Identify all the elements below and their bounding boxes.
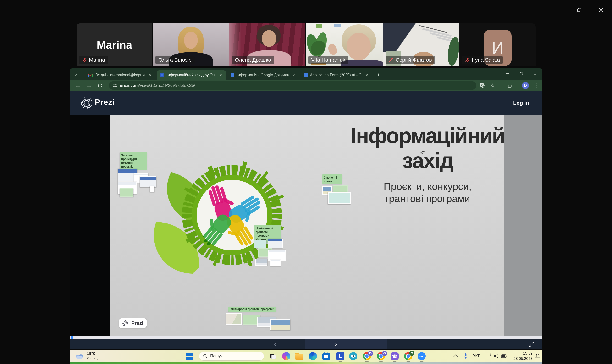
weather-temp: 19°C — [87, 351, 98, 356]
edge-icon[interactable] — [308, 351, 318, 361]
tray-date: 28.05.2025 — [511, 356, 532, 361]
zoom-app-icon[interactable]: zoom — [417, 351, 426, 361]
next-slide-button[interactable] — [331, 339, 341, 349]
previous-slide-button[interactable] — [270, 339, 280, 349]
zoom-stepper[interactable] — [150, 186, 155, 192]
tab-gmail[interactable]: Вхідні - international@kdpu.ed — [85, 70, 155, 80]
forward-button[interactable] — [84, 81, 94, 90]
participant-tile-olena[interactable]: Олена Драшко — [229, 23, 305, 66]
task-view-icon[interactable] — [268, 351, 278, 361]
copilot-icon[interactable] — [281, 351, 291, 361]
light-fixture — [419, 25, 447, 33]
weather-widget[interactable]: 19°C Cloudy — [75, 351, 98, 361]
browser-close-button[interactable] — [530, 68, 541, 79]
participant-name-label: Marina — [79, 56, 108, 64]
battery-icon[interactable] — [500, 350, 508, 362]
tab-close-icon[interactable] — [148, 73, 153, 78]
topic-label-international[interactable]: Міжнародні грантові програми — [228, 307, 276, 312]
slide-thumbnail[interactable] — [270, 260, 281, 266]
reload-button[interactable] — [95, 81, 105, 90]
start-button[interactable] — [185, 351, 195, 361]
browser-minimize-button[interactable] — [502, 68, 513, 79]
slide-thumbnail[interactable] — [120, 188, 133, 197]
extensions-puzzle-icon[interactable] — [506, 82, 514, 89]
viber-glyph — [391, 352, 399, 360]
viber-icon[interactable] — [390, 351, 399, 361]
slide-thumbnail[interactable] — [268, 238, 283, 248]
taskbar-search[interactable] — [199, 351, 264, 361]
tab-title: Інформаційний захід by Olen'k — [167, 73, 216, 77]
slide-thumbnail[interactable] — [328, 192, 351, 204]
chrome-profile-o-icon[interactable]: O — [376, 351, 386, 361]
scrollbar-thumb[interactable] — [71, 336, 73, 339]
prezi-logo-icon — [122, 320, 129, 326]
display-cast-icon[interactable] — [484, 350, 493, 362]
chrome-profile-d-icon[interactable]: D — [362, 351, 372, 361]
face — [184, 32, 198, 49]
address-bar[interactable]: prezi.com/view/GDaucZjP26V9ldeteKSb/ — [109, 81, 476, 90]
slide-thumbnail[interactable] — [270, 319, 290, 330]
nav-highlight-panel — [306, 339, 387, 349]
microsoft-store-icon[interactable] — [321, 351, 331, 361]
chrome-profile-green-icon[interactable]: O — [403, 351, 413, 361]
tab-search-icon[interactable] — [74, 72, 78, 77]
wall-picture — [334, 24, 341, 27]
chrome-glyph: D — [363, 352, 371, 360]
minimize-button[interactable] — [552, 5, 562, 15]
participant-tile-marina[interactable]: Marina Marina — [77, 23, 152, 66]
tab-prezi-active[interactable]: Інформаційний захід by Olen'k — [157, 70, 226, 80]
close-button[interactable] — [596, 5, 606, 15]
tray-overflow-chevron[interactable] — [452, 350, 460, 362]
presentation-canvas[interactable]: Інформаційний захід Проєкти, конкурси, г… — [109, 115, 504, 336]
browser-restore-button[interactable] — [516, 68, 527, 79]
slide-thumbnail[interactable] — [226, 313, 242, 325]
slide-thumbnail[interactable] — [268, 249, 286, 260]
slide-thumbnail[interactable] — [254, 240, 266, 248]
tab-application-form[interactable]: Application Form (2025).rtf - Go — [301, 70, 372, 80]
search-input[interactable] — [210, 353, 256, 359]
new-tab-button[interactable] — [377, 72, 380, 78]
prezi-watermark[interactable]: Prezi — [119, 318, 146, 328]
clock-widget[interactable]: 13:59 28.05.2025 — [511, 351, 532, 362]
plant — [446, 36, 459, 66]
topic-label-procedures[interactable]: Загальні процедури подання проєктів — [120, 152, 147, 170]
profile-badge: O — [409, 351, 414, 356]
topic-label-closing[interactable]: Заключні слова — [322, 174, 342, 184]
fullscreen-button[interactable] — [526, 339, 537, 349]
eye-app-icon[interactable] — [348, 351, 358, 361]
slide-thumbnail[interactable] — [255, 259, 267, 266]
microphone-tray-icon[interactable] — [462, 350, 470, 362]
restore-button[interactable] — [574, 5, 584, 15]
login-button[interactable]: Log in — [513, 100, 529, 106]
tab-close-icon[interactable] — [364, 73, 369, 78]
browser-toolbar: prezi.com/view/GDaucZjP26V9ldeteKSb/ G D — [70, 80, 542, 91]
translate-icon[interactable]: G — [478, 82, 487, 89]
prezi-logo-icon[interactable] — [81, 97, 92, 108]
participant-tile-vita-active-speaker[interactable]: Vita Hamaniuk — [306, 23, 383, 66]
participant-tile-iryna[interactable]: И Iryna Salata — [459, 23, 536, 66]
prezi-brand[interactable]: Prezi — [95, 98, 115, 107]
running-indicator — [365, 361, 369, 362]
prezi-header: Prezi Log in — [70, 91, 542, 115]
browser-menu-icon[interactable] — [532, 82, 541, 89]
bookmark-star-icon[interactable] — [488, 82, 497, 89]
participant-tile-serhii[interactable]: Сергій Філатов — [383, 23, 459, 66]
l-app-icon[interactable]: L — [335, 351, 345, 361]
reload-icon — [98, 83, 102, 88]
edge-glyph — [309, 352, 317, 360]
back-button[interactable] — [73, 81, 83, 90]
tab-close-icon[interactable] — [218, 73, 223, 78]
task-view-glyph — [270, 353, 276, 359]
profile-avatar[interactable]: D — [522, 82, 529, 89]
participant-tile-olha[interactable]: Ольга Білозір — [153, 23, 229, 66]
language-indicator[interactable]: УКР — [471, 350, 482, 362]
tab-google-docs[interactable]: Інформація - Google Докумен — [228, 70, 299, 80]
notifications-bell-icon[interactable]: z — [533, 350, 542, 362]
participant-name-label: Vita Hamaniuk — [308, 56, 348, 64]
file-explorer-icon[interactable] — [295, 351, 304, 361]
speaker-icon[interactable] — [492, 350, 500, 362]
close-icon — [533, 72, 537, 75]
tab-close-icon[interactable] — [291, 73, 296, 78]
horizontal-scrollbar[interactable] — [70, 336, 542, 339]
hand — [327, 43, 338, 56]
